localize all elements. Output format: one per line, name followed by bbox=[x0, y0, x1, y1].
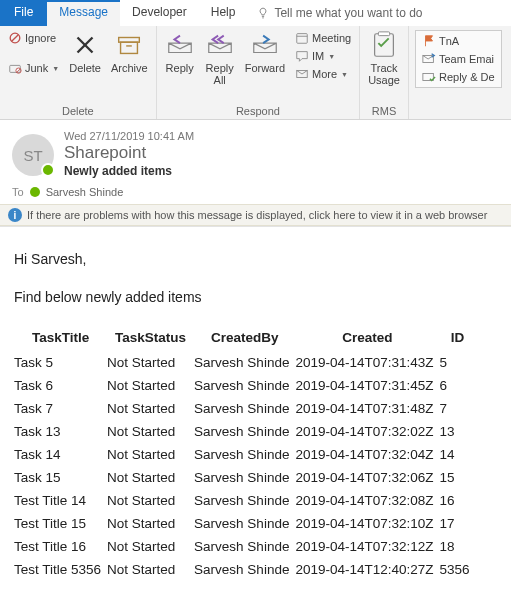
table-cell: 18 bbox=[440, 535, 476, 558]
tell-me-search[interactable]: Tell me what you want to do bbox=[247, 0, 432, 26]
svg-line-1 bbox=[12, 35, 18, 41]
table-cell: Not Started bbox=[107, 351, 194, 374]
ribbon-group-delete: Ignore Junk▼ Delete Archive Delete bbox=[0, 26, 157, 119]
table-cell: 2019-04-14T07:32:10Z bbox=[295, 512, 439, 535]
intro-text: Find below newly added items bbox=[14, 289, 497, 305]
table-cell: Not Started bbox=[107, 558, 194, 581]
table-row: Task 13Not StartedSarvesh Shinde2019-04-… bbox=[14, 420, 476, 443]
track-usage-label: Track Usage bbox=[368, 62, 400, 86]
ribbon-group-respond: Reply Reply All Forward Meeting IM▼ bbox=[157, 26, 360, 119]
table-row: Task 5Not StartedSarvesh Shinde2019-04-1… bbox=[14, 351, 476, 374]
delete-label: Delete bbox=[69, 62, 101, 74]
table-cell: Test Title 5356 bbox=[14, 558, 107, 581]
table-cell: 13 bbox=[440, 420, 476, 443]
forward-button[interactable]: Forward bbox=[243, 30, 287, 74]
archive-button[interactable]: Archive bbox=[109, 30, 150, 74]
bulb-icon bbox=[257, 7, 269, 19]
table-cell: 2019-04-14T07:31:48Z bbox=[295, 397, 439, 420]
table-row: Test Title 5356Not StartedSarvesh Shinde… bbox=[14, 558, 476, 581]
table-cell: Task 5 bbox=[14, 351, 107, 374]
svg-rect-8 bbox=[121, 42, 138, 53]
table-cell: Sarvesh Shinde bbox=[194, 512, 295, 535]
table-cell: 2019-04-14T12:40:27Z bbox=[295, 558, 439, 581]
svg-rect-14 bbox=[378, 32, 389, 36]
menu-file[interactable]: File bbox=[0, 0, 47, 26]
meeting-label: Meeting bbox=[312, 32, 351, 44]
quickstep-tna[interactable]: TnA bbox=[420, 33, 497, 49]
avatar[interactable]: ST bbox=[12, 134, 54, 176]
menu-help[interactable]: Help bbox=[199, 0, 248, 26]
table-cell: Not Started bbox=[107, 443, 194, 466]
junk-icon bbox=[8, 61, 22, 75]
table-cell: Sarvesh Shinde bbox=[194, 374, 295, 397]
im-icon bbox=[295, 49, 309, 63]
table-cell: Sarvesh Shinde bbox=[194, 535, 295, 558]
table-cell: Not Started bbox=[107, 420, 194, 443]
im-button[interactable]: IM▼ bbox=[293, 48, 353, 64]
table-cell: Not Started bbox=[107, 489, 194, 512]
message-date: Wed 27/11/2019 10:41 AM bbox=[64, 130, 194, 142]
reply-all-icon bbox=[205, 30, 235, 60]
reply-icon bbox=[165, 30, 195, 60]
meeting-button[interactable]: Meeting bbox=[293, 30, 353, 46]
table-cell: 15 bbox=[440, 466, 476, 489]
junk-button[interactable]: Junk▼ bbox=[6, 60, 61, 76]
to-label: To bbox=[12, 186, 24, 198]
group-label-delete: Delete bbox=[6, 103, 150, 117]
table-cell: Not Started bbox=[107, 512, 194, 535]
group-label-quick bbox=[415, 103, 502, 117]
col-header: ID bbox=[440, 327, 476, 351]
message-subject: Newly added items bbox=[64, 164, 194, 178]
table-cell: 2019-04-14T07:31:45Z bbox=[295, 374, 439, 397]
table-cell: Test Title 16 bbox=[14, 535, 107, 558]
table-cell: Test Title 15 bbox=[14, 512, 107, 535]
table-header-row: TaskTitleTaskStatusCreatedByCreatedID bbox=[14, 327, 476, 351]
table-cell: Task 13 bbox=[14, 420, 107, 443]
table-row: Test Title 14Not StartedSarvesh Shinde20… bbox=[14, 489, 476, 512]
mail-forward-icon bbox=[422, 52, 436, 66]
table-cell: 17 bbox=[440, 512, 476, 535]
table-row: Test Title 15Not StartedSarvesh Shinde20… bbox=[14, 512, 476, 535]
table-cell: Task 14 bbox=[14, 443, 107, 466]
table-cell: 2019-04-14T07:32:08Z bbox=[295, 489, 439, 512]
table-row: Task 14Not StartedSarvesh Shinde2019-04-… bbox=[14, 443, 476, 466]
info-icon: i bbox=[8, 208, 22, 222]
table-cell: Task 7 bbox=[14, 397, 107, 420]
quickstep-team-label: Team Emai bbox=[439, 53, 494, 65]
quickstep-replyd-label: Reply & De bbox=[439, 71, 495, 83]
ribbon: Ignore Junk▼ Delete Archive Delete bbox=[0, 26, 511, 120]
table-row: Task 7Not StartedSarvesh Shinde2019-04-1… bbox=[14, 397, 476, 420]
table-cell: Sarvesh Shinde bbox=[194, 420, 295, 443]
table-cell: Sarvesh Shinde bbox=[194, 558, 295, 581]
delete-button[interactable]: Delete bbox=[67, 30, 103, 74]
presence-dot-icon bbox=[30, 187, 40, 197]
avatar-initials: ST bbox=[23, 147, 42, 164]
reply-label: Reply bbox=[166, 62, 194, 74]
svg-rect-10 bbox=[297, 34, 308, 44]
track-usage-button[interactable]: Track Usage bbox=[366, 30, 402, 86]
tell-me-label: Tell me what you want to do bbox=[274, 6, 422, 20]
col-header: TaskStatus bbox=[107, 327, 194, 351]
table-cell: 5356 bbox=[440, 558, 476, 581]
ribbon-group-rms: Track Usage RMS bbox=[360, 26, 409, 119]
flag-icon bbox=[422, 34, 436, 48]
delete-icon bbox=[70, 30, 100, 60]
quickstep-replyd[interactable]: Reply & De bbox=[420, 69, 497, 85]
ribbon-group-quicksteps: TnA Team Emai Reply & De bbox=[409, 26, 508, 119]
reply-button[interactable]: Reply bbox=[163, 30, 197, 74]
table-cell: 2019-04-14T07:31:43Z bbox=[295, 351, 439, 374]
table-cell: 6 bbox=[440, 374, 476, 397]
more-icon bbox=[295, 67, 309, 81]
quickstep-team[interactable]: Team Emai bbox=[420, 51, 497, 67]
svg-rect-13 bbox=[375, 34, 394, 57]
table-cell: 2019-04-14T07:32:02Z bbox=[295, 420, 439, 443]
to-recipient[interactable]: Sarvesh Shinde bbox=[46, 186, 124, 198]
more-button[interactable]: More▼ bbox=[293, 66, 353, 82]
ignore-button[interactable]: Ignore bbox=[6, 30, 61, 46]
info-bar[interactable]: i If there are problems with how this me… bbox=[0, 204, 511, 226]
table-cell: Sarvesh Shinde bbox=[194, 351, 295, 374]
menu-developer[interactable]: Developer bbox=[120, 0, 199, 26]
reply-all-button[interactable]: Reply All bbox=[203, 30, 237, 86]
col-header: TaskTitle bbox=[14, 327, 107, 351]
menu-message[interactable]: Message bbox=[47, 0, 120, 26]
